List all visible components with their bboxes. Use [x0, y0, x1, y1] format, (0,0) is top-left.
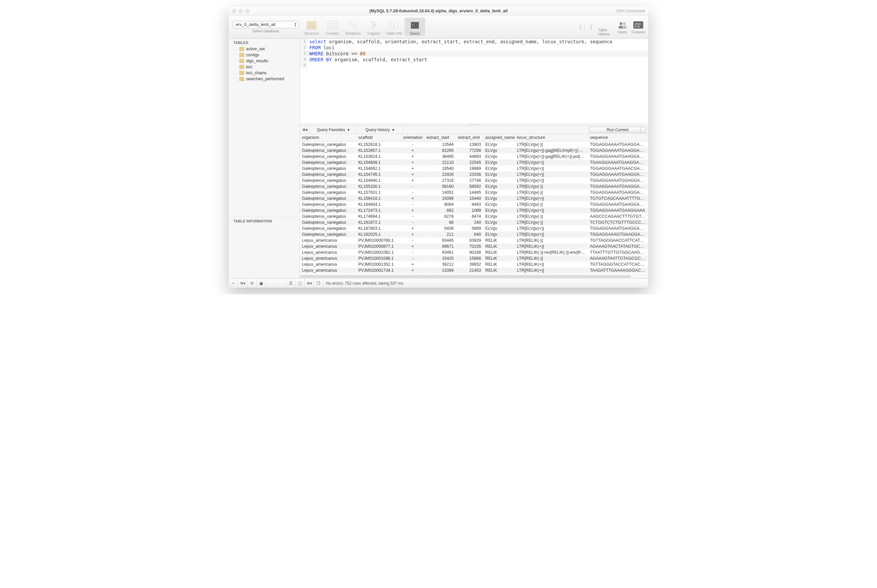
status-message: No errors; 752 rows affected, taking 537… [326, 281, 403, 286]
query-icon: >_ [409, 20, 421, 30]
col-sequence[interactable]: sequence [588, 134, 648, 141]
table-row[interactable]: Galeopterus_variegatusKL152618.1-1354413… [300, 141, 648, 148]
table-row[interactable]: Lepus_americanusPVJM010001352.1+39212396… [300, 261, 648, 267]
table-row[interactable]: Galeopterus_variegatusKL164604.1-8064849… [300, 201, 648, 207]
table-item-searches_performed[interactable]: searches_performed [229, 76, 300, 82]
tab-structure[interactable]: Structure [301, 18, 322, 36]
tables-header: TABLES [229, 39, 300, 46]
col-scaffold[interactable]: scaffold [356, 134, 401, 141]
col-orientation[interactable]: orientation [401, 134, 424, 141]
view-tabs: Structure Content Relations Triggers Tab… [301, 18, 425, 36]
table-icon [239, 77, 244, 81]
status-gear2-button[interactable]: ✲▾ [305, 279, 314, 288]
table-icon [239, 47, 244, 51]
svg-rect-0 [307, 21, 316, 29]
add-button[interactable]: ＋ [229, 279, 238, 288]
info-icon [388, 20, 400, 30]
structure-icon [306, 20, 318, 30]
status-view2-button[interactable]: ▢ [295, 279, 305, 288]
table-row[interactable]: Galeopterus_variegatusKL174884.1-6278647… [300, 213, 648, 219]
toolbar: erv_0_delta_lenti_all ▴▾ Select Database… [229, 15, 648, 39]
table-row[interactable]: Lepus_americanusPVJM010001734.1+21089214… [300, 267, 648, 273]
col-extract_end[interactable]: extract_end [456, 134, 483, 141]
table-row[interactable]: Galeopterus_variegatusKL158418.1+1509515… [300, 195, 648, 201]
table-row[interactable]: Galeopterus_variegatusKL155200.1-5816058… [300, 183, 648, 189]
svg-point-21 [622, 26, 627, 28]
table-row[interactable]: Lepus_americanusPVJM010001096.1-15420158… [300, 255, 648, 261]
svg-rect-6 [328, 21, 337, 29]
table-row[interactable]: Galeopterus_variegatusKL154662.1+1954019… [300, 165, 648, 171]
table-row[interactable]: Galeopterus_variegatusKL192025.1+211640E… [300, 231, 648, 237]
table-item-active_set[interactable]: active_set [229, 46, 300, 52]
col-extract_start[interactable]: extract_start [424, 134, 456, 141]
chevron-updown-icon: ▴▾ [295, 22, 296, 27]
status-copy-button[interactable]: ❐ [314, 279, 323, 288]
relations-icon [347, 20, 359, 30]
table-row[interactable]: Galeopterus_variegatusKL153624.1+3849544… [300, 153, 648, 159]
nav-fwd-icon[interactable]: ⟩ [589, 23, 594, 31]
tab-content[interactable]: Content [322, 18, 343, 36]
sql-editor[interactable]: 1select organism, scaffold, orientation,… [300, 39, 648, 124]
status-view1-button[interactable]: ☰ [286, 279, 295, 288]
window-title: (MySQL 5.7.28-0ubuntu0.18.04.4) alpha_di… [229, 9, 648, 14]
app-window: (MySQL 5.7.28-0ubuntu0.18.04.4) alpha_di… [229, 7, 648, 288]
query-history-button[interactable]: Query History ▾ [357, 126, 403, 134]
run-current-button[interactable]: Run Current [589, 127, 646, 133]
table-item-contigs[interactable]: contigs [229, 52, 300, 58]
table-icon [239, 65, 244, 69]
svg-rect-15 [394, 25, 395, 28]
content-icon [326, 20, 338, 30]
sidebar: TABLES active_setcontigsdigs_resultsloci… [229, 39, 300, 278]
table-row[interactable]: Galeopterus_variegatusKL157631.1-1405114… [300, 189, 648, 195]
refresh-button[interactable]: ⟳ [247, 279, 257, 288]
table-icon [239, 71, 244, 75]
tab-triggers[interactable]: Triggers [363, 18, 384, 36]
table-item-digs_results[interactable]: digs_results [229, 58, 300, 64]
table-icon [239, 53, 244, 57]
svg-text:conso: conso [635, 22, 641, 25]
statusbar: ＋ ✲▾ ⟳ ▣ ☰ ▢ ✲▾ ❐ No errors; 752 rows af… [229, 278, 648, 288]
titlebar: (MySQL 5.7.28-0ubuntu0.18.04.4) alpha_di… [229, 7, 648, 15]
users-icon [616, 20, 628, 30]
svg-rect-10 [349, 22, 352, 25]
query-bar: ✲▾ Query Favorites ▾ Query History ▾ Run… [300, 126, 648, 134]
query-favorites-button[interactable]: Query Favorites ▾ [310, 126, 357, 134]
nav-back-forward: ⟨⟩ [578, 23, 594, 31]
query-gear-button[interactable]: ✲▾ [300, 126, 310, 134]
tab-query[interactable]: >_ Query [405, 18, 425, 36]
table-row[interactable]: Galeopterus_variegatusKL152857.1+6226577… [300, 147, 648, 153]
table-row[interactable]: Galeopterus_variegatusKL154608.1+2211022… [300, 159, 648, 165]
table-history-button[interactable]: Table History [598, 18, 614, 36]
tab-relations[interactable]: Relations [343, 18, 363, 36]
panel-toggle-button[interactable]: ▣ [257, 279, 266, 288]
console-button[interactable]: console off Console [630, 20, 646, 34]
col-organism[interactable]: organism [300, 134, 356, 141]
results-grid[interactable]: organismscaffoldorientationextract_start… [300, 134, 648, 274]
svg-point-14 [394, 23, 395, 24]
h-scrollbar[interactable] [300, 274, 648, 278]
table-row[interactable]: Galeopterus_variegatusKL181872.1-66240EL… [300, 219, 648, 225]
status-gear-button[interactable]: ✲▾ [238, 279, 247, 288]
svg-rect-11 [354, 26, 357, 29]
table-item-loci_chains[interactable]: loci_chains [229, 70, 300, 76]
table-item-loci[interactable]: loci [229, 64, 300, 70]
table-info-header: TABLE INFORMATION [229, 217, 300, 225]
table-row[interactable]: Galeopterus_variegatusKL172473.1+6821089… [300, 207, 648, 213]
table-row[interactable]: Lepus_americanusPVJM010000877.1+69671701… [300, 243, 648, 249]
table-row[interactable]: Galeopterus_variegatusKL154745.1+2292623… [300, 171, 648, 177]
table-row[interactable]: Galeopterus_variegatusKL187803.1+5436586… [300, 225, 648, 231]
svg-text:>_: >_ [412, 23, 415, 26]
table-row[interactable]: Lepus_americanusPVJM010000760.1-63445639… [300, 237, 648, 243]
col-assigned_name[interactable]: assigned_name [483, 134, 515, 141]
table-row[interactable]: Galeopterus_variegatusKL154940.1+2731627… [300, 177, 648, 183]
database-select[interactable]: erv_0_delta_lenti_all ▴▾ [233, 21, 299, 28]
svg-line-12 [352, 23, 355, 26]
console-icon: console off [632, 20, 644, 30]
table-row[interactable]: Lepus_americanusPVJM010001062.1-83461901… [300, 249, 648, 255]
database-select-value: erv_0_delta_lenti_all [236, 22, 275, 27]
tab-table-info[interactable]: Table Info [384, 18, 405, 36]
svg-point-18 [620, 22, 622, 25]
nav-back-icon[interactable]: ⟨ [578, 23, 583, 31]
col-locus_structure[interactable]: locus_structure [515, 134, 588, 141]
users-button[interactable]: Users [614, 20, 630, 34]
